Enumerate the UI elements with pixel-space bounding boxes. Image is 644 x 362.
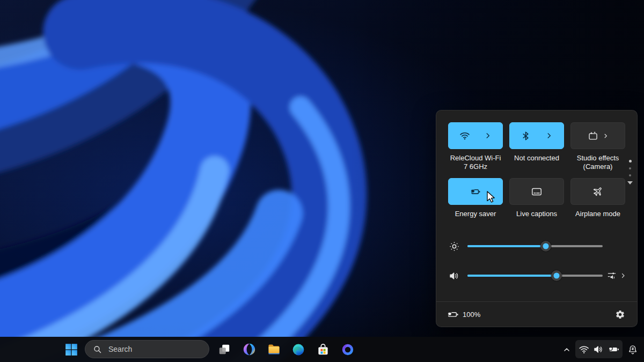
studio-effects-tile[interactable] [570,122,625,149]
start-button[interactable] [60,338,83,360]
tray-volume-icon [593,344,604,355]
file-explorer-button[interactable] [262,338,285,360]
studio-effects-icon [588,130,599,142]
energy-saver-tile-label: Energy saver [455,210,496,220]
copilot-button[interactable] [238,338,260,360]
bluetooth-expand-chevron-icon[interactable] [545,132,553,139]
airplane-mode-tile-label: Airplane mode [575,210,620,220]
slider-fill [467,245,546,247]
do-not-disturb-bell-icon [627,344,638,355]
windows-start-icon [64,343,78,357]
battery-percent-label: 100% [463,311,480,319]
microsoft-store-button[interactable] [312,338,334,360]
search-icon [93,345,102,354]
bluetooth-icon [521,131,531,141]
copilot-icon [242,342,257,357]
slider-thumb[interactable] [551,270,562,281]
volume-slider[interactable] [467,269,603,282]
battery-energy-saver-icon [447,308,459,320]
brightness-sun-icon [449,241,460,252]
sound-output-chevron-icon[interactable] [620,272,626,279]
wifi-icon [459,130,470,141]
edge-button[interactable] [287,338,310,360]
search-input[interactable] [107,344,195,354]
tray-overflow-chevron-button[interactable] [557,338,576,360]
sound-output-button[interactable] [605,269,618,282]
energy-saver-tile[interactable] [448,178,503,205]
slider-fill [467,275,557,277]
airplane-icon [592,186,604,197]
microsoft-store-icon [316,343,330,357]
bluetooth-tile[interactable] [509,122,564,149]
studio-effects-chevron-icon[interactable] [603,133,609,139]
desktop: { "colors": { "accent": "#4cc2ff", "pane… [0,0,644,362]
settings-gear-icon [615,309,625,320]
airplane-mode-tile[interactable] [570,178,625,205]
pager-dot [629,167,631,169]
volume-row [448,269,626,282]
wifi-tile[interactable] [448,122,503,149]
task-view-button[interactable] [213,338,236,360]
bluetooth-tile-label: Not connected [514,154,559,173]
live-captions-tile-label: Live captions [516,210,557,220]
brightness-slider[interactable] [467,240,603,253]
task-view-icon [217,343,231,357]
wifi-expand-chevron-icon[interactable] [484,132,492,139]
taskbar-search-box[interactable] [85,340,209,358]
battery-status[interactable]: 100% [447,308,480,320]
tray-wifi-icon [579,344,589,355]
microsoft-365-icon [341,343,355,357]
live-captions-tile[interactable] [509,178,564,205]
sound-output-mixer-icon [606,270,617,281]
tray-battery-energy-saver-icon [608,343,619,355]
quick-settings-footer: 100% [436,301,637,327]
pager-expand-caret-icon[interactable] [627,181,633,184]
file-explorer-folder-icon [267,342,281,357]
wifi-tile-label: ReleCloud Wi-Fi 7 6GHz [448,154,503,173]
notification-center-button[interactable] [623,338,643,360]
slider-thumb[interactable] [540,241,551,252]
taskbar [0,337,644,362]
brightness-row [448,240,626,253]
pager-dot-current [629,160,632,162]
studio-effects-tile-label: Studio effects (Camera) [570,154,625,173]
edge-browser-icon [291,343,305,357]
quick-settings-tiles-section: ReleCloud Wi-Fi 7 6GHz Not connected [436,110,637,220]
pager-dot [629,174,631,176]
edit-quick-settings-gear-button[interactable] [613,307,627,322]
microsoft-365-button[interactable] [336,338,359,360]
chevron-up-icon [562,345,571,354]
quick-settings-panel: ReleCloud Wi-Fi 7 6GHz Not connected [436,110,638,327]
quick-settings-sliders-section [436,220,637,301]
energy-saver-icon [470,186,481,197]
live-captions-icon [531,186,543,197]
quick-settings-pager [627,160,633,184]
quick-settings-tray-button[interactable] [575,340,623,358]
volume-speaker-icon [449,270,460,282]
